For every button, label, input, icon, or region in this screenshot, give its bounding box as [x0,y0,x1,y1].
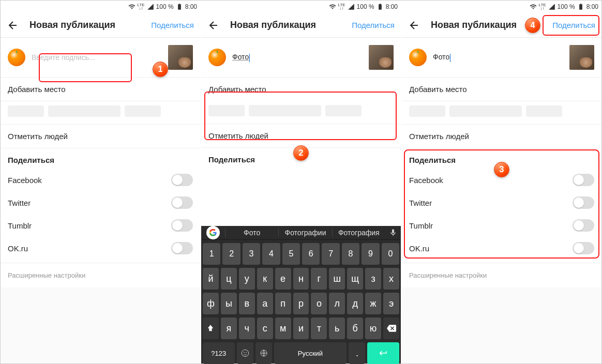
share-facebook-row: Facebook [1,169,200,191]
key-х[interactable]: х [383,268,399,290]
key-1[interactable]: 1 [203,243,220,265]
location-pill[interactable] [325,105,362,116]
key-7[interactable]: 7 [322,243,339,265]
key-ы[interactable]: ы [221,293,237,314]
toggle-twitter[interactable] [573,196,594,209]
key-3[interactable]: 3 [243,243,260,265]
toggle-facebook[interactable] [171,174,193,186]
keyboard-suggestion[interactable]: Фотографии [278,229,332,237]
location-pill[interactable] [48,105,121,117]
toggle-facebook[interactable] [573,174,594,186]
key-с[interactable]: с [257,317,273,339]
caption-input[interactable]: Фото [232,53,363,62]
key-0[interactable]: 0 [382,243,399,265]
location-pill[interactable] [208,105,245,116]
key-6[interactable]: 6 [302,243,320,265]
key-ц[interactable]: ц [221,268,237,290]
key-ю[interactable]: ю [365,317,381,339]
app-header: Новая публикация Поделиться [1,13,200,38]
key-у[interactable]: у [239,268,255,290]
key-ь[interactable]: ь [329,317,345,339]
tag-people-row[interactable]: Отметить людей [1,125,200,148]
post-thumbnail[interactable] [569,45,594,70]
post-thumbnail[interactable] [369,45,394,70]
mic-icon[interactable] [385,229,401,237]
key-2[interactable]: 2 [222,243,240,265]
location-pill[interactable] [8,105,44,117]
key-д[interactable]: д [347,293,363,314]
key-й[interactable]: й [203,268,219,290]
location-pill[interactable] [449,105,522,117]
globe-key[interactable] [255,342,272,364]
share-button[interactable]: Поделиться [352,21,395,29]
back-arrow-icon[interactable] [207,19,220,32]
key-щ[interactable]: щ [347,268,363,290]
share-button[interactable]: Поделиться [552,21,595,29]
keyboard: Фото Фотографии Фотография 1234567890 йц… [201,226,401,363]
share-twitter-row: Twitter [402,191,601,214]
key-5[interactable]: 5 [282,243,300,265]
back-arrow-icon[interactable] [408,19,420,32]
location-pill[interactable] [526,105,562,117]
key-я[interactable]: я [221,317,237,339]
key-з[interactable]: з [365,268,381,290]
advanced-settings[interactable]: Расширенные настройки [1,263,200,287]
enter-key[interactable] [367,342,399,364]
key-о[interactable]: о [311,293,327,314]
key-ж[interactable]: ж [365,293,381,314]
share-okru-row: OK.ru [402,237,601,260]
period-key[interactable]: . [349,342,365,364]
advanced-settings[interactable]: Расширенные настройки [402,263,601,287]
caption-input[interactable] [32,53,162,62]
back-arrow-icon[interactable] [7,19,19,32]
post-thumbnail[interactable] [168,45,193,70]
key-г[interactable]: г [311,268,327,290]
location-pill[interactable] [249,105,321,116]
toggle-tumblr[interactable] [171,219,193,232]
key-8[interactable]: 8 [342,243,359,265]
key-т[interactable]: т [311,317,327,339]
key-4[interactable]: 4 [262,243,280,265]
add-location-row[interactable]: Добавить место [201,78,401,101]
clock: 8:00 [386,3,398,10]
keyboard-suggestion[interactable]: Фотография [332,229,385,237]
spacebar-key[interactable]: Русский [274,342,347,364]
toggle-tumblr[interactable] [573,219,594,232]
location-pill[interactable] [409,105,445,117]
toggle-twitter[interactable] [171,196,193,209]
key-9[interactable]: 9 [362,243,379,265]
tag-people-row[interactable]: Отметить людей [402,125,601,148]
key-н[interactable]: н [293,268,309,290]
google-icon[interactable] [206,226,220,239]
clock: 8:00 [185,3,197,10]
add-location-row[interactable]: Добавить место [402,78,601,101]
toggle-okru[interactable] [573,242,594,254]
emoji-key[interactable] [237,342,253,364]
key-э[interactable]: э [383,293,399,314]
key-п[interactable]: п [275,293,291,314]
key-в[interactable]: в [239,293,255,314]
location-pill[interactable] [125,105,161,117]
symbols-key[interactable]: ?123 [203,342,235,364]
key-и[interactable]: и [293,317,309,339]
share-button[interactable]: Поделиться [151,21,194,29]
key-ф[interactable]: ф [203,293,219,314]
key-ш[interactable]: ш [329,268,345,290]
key-а[interactable]: а [257,293,273,314]
shift-key[interactable] [203,317,219,339]
key-б[interactable]: б [347,317,363,339]
tag-people-row[interactable]: Отметить людей [201,124,401,148]
toggle-okru[interactable] [171,242,193,254]
key-ч[interactable]: ч [239,317,255,339]
backspace-key[interactable] [383,317,399,339]
share-label: Facebook [8,176,42,185]
key-л[interactable]: л [329,293,345,314]
add-location-row[interactable]: Добавить место [1,78,200,101]
key-е[interactable]: е [275,268,291,290]
share-tumblr-row: Tumblr [402,214,601,237]
key-м[interactable]: м [275,317,291,339]
keyboard-suggestion[interactable]: Фото [225,229,278,237]
key-к[interactable]: к [257,268,273,290]
caption-input[interactable]: Фото [433,53,563,62]
key-р[interactable]: р [293,293,309,314]
